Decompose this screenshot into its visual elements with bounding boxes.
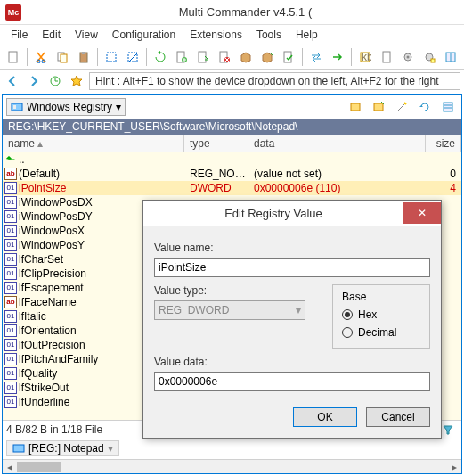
table-row[interactable]: ab(Default)REG_NO…(value not set)0 <box>3 167 461 181</box>
panel-tool1-icon[interactable] <box>346 97 365 117</box>
toolbar-box-out-icon[interactable] <box>257 47 277 67</box>
ok-button[interactable]: OK <box>293 407 357 427</box>
menu-extensions[interactable]: Extensions <box>183 27 249 43</box>
panel-list-icon[interactable] <box>438 97 458 117</box>
nav-back-icon[interactable] <box>4 72 21 90</box>
panel-wand-icon[interactable] <box>392 97 411 117</box>
close-icon: ✕ <box>418 207 427 219</box>
toolbar-swap-icon[interactable] <box>306 47 326 67</box>
binary-value-icon: 01 <box>4 196 17 209</box>
panel-tool2-icon[interactable] <box>369 97 388 117</box>
toolbar: kb <box>0 45 464 70</box>
binary-value-icon: 01 <box>4 367 17 380</box>
radio-decimal[interactable]: Decimal <box>342 326 420 339</box>
row-name: lfUnderline <box>19 396 69 408</box>
toolbar-doc-plus-icon[interactable] <box>172 47 191 67</box>
toolbar-prefs-icon[interactable]: kb <box>355 47 375 67</box>
menu-help[interactable]: Help <box>289 27 325 43</box>
nav-history-icon[interactable] <box>46 72 64 90</box>
toolbar-cog2-icon[interactable] <box>419 47 439 67</box>
col-type[interactable]: type <box>184 135 248 152</box>
binary-value-icon: 01 <box>4 310 17 323</box>
toolbar-refresh-icon[interactable] <box>151 47 170 67</box>
row-size: 0 <box>426 168 461 180</box>
toolbar-select2-icon[interactable] <box>123 47 142 67</box>
close-button[interactable]: ✕ <box>403 202 441 224</box>
panel-refresh-icon[interactable] <box>415 97 435 117</box>
chevron-down-icon: ▾ <box>296 304 301 316</box>
navbar: Hint : Alt+F1 to show the device dropdow… <box>0 70 464 93</box>
svg-rect-0 <box>9 52 17 62</box>
nav-star-icon[interactable] <box>68 72 85 90</box>
dialog-titlebar[interactable]: Edit Registry Value ✕ <box>143 201 441 226</box>
toolbar-copy-icon[interactable] <box>53 47 72 67</box>
row-name: lfEscapement <box>19 282 84 294</box>
toolbar-cog-icon[interactable] <box>398 47 418 67</box>
row-size: 4 <box>426 182 461 194</box>
valuedata-label: Value data: <box>154 356 430 368</box>
tab-strip: [REG:] Notepad ▾ <box>3 438 461 459</box>
toolbar-doc-arrow-icon[interactable] <box>193 47 213 67</box>
row-name: iWindowPosX <box>19 225 85 237</box>
toolbar-box-icon[interactable] <box>236 47 256 67</box>
registry-icon <box>12 442 25 455</box>
registry-icon <box>11 101 23 113</box>
location-dropdown[interactable]: Windows Registry ▾ <box>6 98 126 116</box>
toolbar-doc-icon[interactable] <box>377 47 396 67</box>
toolbar-arrow-right-icon[interactable] <box>328 47 347 67</box>
col-name[interactable]: name ▴ <box>3 135 184 152</box>
tab-reg-notepad[interactable]: [REG:] Notepad ▾ <box>6 440 119 456</box>
menu-configuration[interactable]: Configuration <box>105 27 183 43</box>
svg-rect-11 <box>199 52 206 62</box>
horizontal-scrollbar[interactable]: ◂ ▸ <box>3 459 461 473</box>
binary-value-icon: 01 <box>4 324 17 337</box>
svg-rect-28 <box>374 103 383 111</box>
panel-header: Windows Registry ▾ <box>3 95 461 119</box>
svg-rect-17 <box>383 52 390 62</box>
valuetype-value: REG_DWORD <box>159 304 229 316</box>
menu-file[interactable]: File <box>4 27 35 43</box>
row-name: lfQuality <box>19 367 57 380</box>
chevron-down-icon: ▾ <box>116 101 121 113</box>
row-name: iPointSize <box>19 182 66 194</box>
binary-value-icon: 01 <box>4 239 17 251</box>
valuedata-input[interactable] <box>154 372 430 391</box>
row-name: lfStrikeOut <box>19 382 69 394</box>
nav-forward-icon[interactable] <box>25 72 43 90</box>
app-icon: Mc <box>5 4 21 21</box>
toolbar-doc-del-icon[interactable] <box>215 47 234 67</box>
base-fieldset: Base Hex Decimal <box>332 284 430 349</box>
col-data[interactable]: data <box>248 135 426 152</box>
row-name: .. <box>19 153 25 166</box>
scroll-left-icon[interactable]: ◂ <box>3 460 17 474</box>
toolbar-cut-icon[interactable] <box>31 47 51 67</box>
radio-hex-button[interactable] <box>342 309 353 320</box>
menubar: File Edit View Configuration Extensions … <box>0 25 464 45</box>
path-bar[interactable]: REG:\HKEY_CURRENT_USER\Software\Microsof… <box>3 119 461 135</box>
row-data: (value not set) <box>248 168 426 180</box>
toolbar-select-icon[interactable] <box>102 47 121 67</box>
toolbar-new-icon[interactable] <box>4 47 23 67</box>
toolbar-doc-check-icon[interactable] <box>279 47 298 67</box>
row-name: lfItalic <box>19 310 46 323</box>
scroll-right-icon[interactable]: ▸ <box>447 460 461 474</box>
table-row[interactable]: ⬑.. <box>3 152 461 167</box>
binary-value-icon: 01 <box>4 253 17 266</box>
toolbar-paste-icon[interactable] <box>74 47 94 67</box>
table-row[interactable]: 01iPointSizeDWORD0x0000006e (110)4 <box>3 181 461 195</box>
col-size[interactable]: size <box>426 135 461 152</box>
menu-view[interactable]: View <box>68 27 105 43</box>
row-name: iWindowPosY <box>19 239 85 251</box>
svg-rect-21 <box>431 59 435 62</box>
radio-decimal-button[interactable] <box>342 327 353 338</box>
binary-value-icon: 01 <box>4 267 17 280</box>
scroll-thumb[interactable] <box>17 462 61 472</box>
cancel-button[interactable]: Cancel <box>366 407 430 427</box>
toolbar-layout-icon[interactable] <box>441 47 460 67</box>
valuetype-select[interactable]: REG_DWORD ▾ <box>154 300 305 320</box>
menu-tools[interactable]: Tools <box>249 27 289 43</box>
radio-hex-label: Hex <box>358 308 377 321</box>
valuename-input[interactable] <box>154 258 430 277</box>
radio-hex[interactable]: Hex <box>342 308 420 321</box>
menu-edit[interactable]: Edit <box>35 27 68 43</box>
